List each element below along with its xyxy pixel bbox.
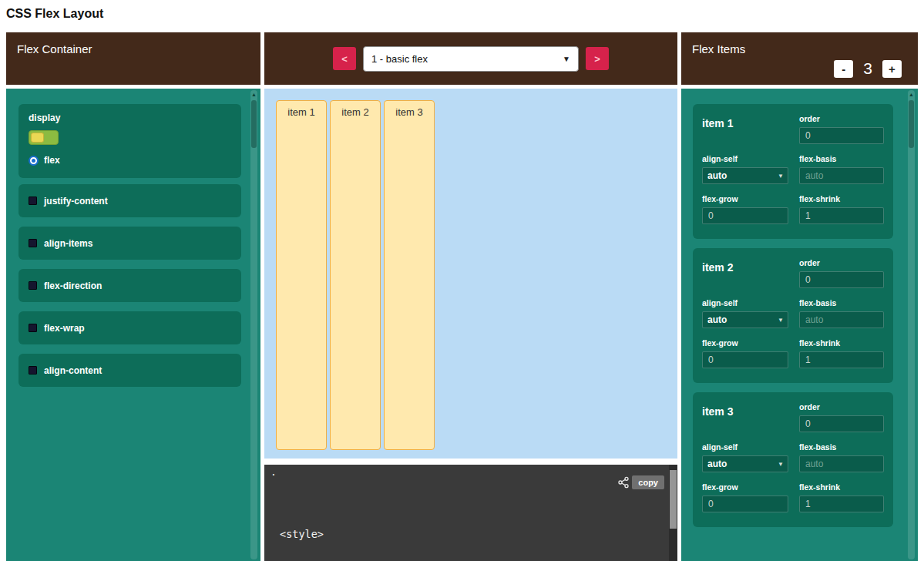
align-content-row: align-content — [18, 354, 241, 387]
flex-radio[interactable] — [29, 156, 39, 166]
align-self-select-wrap: auto ▼ — [702, 311, 788, 328]
preview-item-1: item 1 — [276, 100, 327, 450]
flex-grow-input[interactable] — [702, 351, 788, 368]
item-title-cell: item 1 — [702, 114, 788, 144]
flex-container-body: display flex justify-content align-items… — [6, 89, 260, 561]
align-self-field: align-self auto ▼ — [702, 298, 788, 328]
justify-content-checkbox[interactable] — [29, 197, 37, 205]
flex-grow-label: flex-grow — [702, 194, 788, 203]
code-scrollbar[interactable] — [669, 465, 677, 561]
right-scroll-thumb[interactable] — [909, 100, 914, 148]
flex-grow-field: flex-grow — [702, 482, 788, 512]
flex-grow-field: flex-grow — [702, 338, 788, 368]
flex-shrink-field: flex-shrink — [799, 482, 884, 512]
flex-items-body: item 1 order align-self auto ▼ flex-basi… — [681, 89, 918, 561]
remove-item-button[interactable]: - — [834, 60, 853, 78]
order-field: order — [799, 114, 884, 144]
flex-radio-row: flex — [29, 155, 231, 166]
item-title: item 3 — [702, 405, 733, 418]
flex-item-panel-1: item 1 order align-self auto ▼ flex-basi… — [693, 104, 893, 239]
copy-button[interactable]: copy — [632, 475, 664, 489]
display-toggle[interactable] — [29, 130, 59, 145]
item-counter: - 3 + — [834, 59, 902, 78]
preview-item-2: item 2 — [330, 100, 381, 450]
flex-preview: item 1 item 2 item 3 — [264, 89, 677, 459]
scroll-up-icon[interactable]: ▲ — [250, 91, 257, 98]
align-items-row: align-items — [18, 227, 241, 260]
page-title: CSS Flex Layout — [6, 7, 103, 21]
align-self-select[interactable]: auto — [702, 311, 788, 328]
flex-grow-input[interactable] — [702, 495, 788, 512]
flex-shrink-input[interactable] — [799, 207, 884, 224]
align-content-checkbox[interactable] — [29, 366, 37, 375]
flex-items-header: Flex Items - 3 + — [681, 32, 918, 85]
flex-wrap-checkbox[interactable] — [29, 324, 37, 332]
add-item-button[interactable]: + — [882, 60, 902, 78]
flex-container-title: Flex Container — [17, 42, 92, 55]
code-line: <style> — [280, 527, 398, 542]
flex-basis-label: flex-basis — [799, 298, 884, 307]
flex-basis-input[interactable] — [799, 311, 884, 328]
flex-shrink-input[interactable] — [799, 495, 884, 512]
flex-shrink-field: flex-shrink — [799, 338, 884, 368]
flex-grow-label: flex-grow — [702, 482, 788, 492]
order-input[interactable] — [799, 271, 884, 288]
align-self-select[interactable]: auto — [702, 455, 788, 472]
flex-grow-input[interactable] — [702, 207, 788, 224]
flex-shrink-label: flex-shrink — [799, 338, 884, 348]
flex-shrink-label: flex-shrink — [799, 194, 884, 203]
share-icon[interactable] — [617, 476, 630, 489]
flex-basis-input[interactable] — [799, 167, 884, 184]
align-self-select[interactable]: auto — [702, 167, 788, 184]
preview-column: < 1 - basic flex ▼ > item 1 item 2 item … — [264, 32, 677, 561]
scroll-up-icon[interactable]: ▲ — [908, 91, 915, 98]
align-content-label: align-content — [44, 365, 102, 376]
align-self-label: align-self — [702, 154, 788, 163]
order-input[interactable] — [799, 127, 884, 144]
flex-basis-input[interactable] — [799, 455, 884, 472]
order-label: order — [799, 402, 884, 412]
align-items-checkbox[interactable] — [29, 239, 37, 247]
code-dot: . — [270, 466, 277, 478]
justify-content-row: justify-content — [18, 184, 241, 217]
flex-grow-label: flex-grow — [702, 338, 788, 348]
flex-container-column: Flex Container display flex justify-cont… — [6, 32, 260, 561]
order-label: order — [799, 114, 884, 123]
right-scrollbar[interactable]: ▲ — [908, 90, 915, 559]
left-scrollbar[interactable]: ▲ — [250, 90, 257, 559]
example-toolbar: < 1 - basic flex ▼ > — [264, 32, 677, 85]
flex-container-header: Flex Container — [6, 32, 260, 85]
flex-items-title: Flex Items — [692, 42, 745, 55]
next-example-button[interactable]: > — [586, 47, 609, 70]
item-title-cell: item 3 — [702, 402, 788, 432]
align-self-select-wrap: auto ▼ — [702, 455, 788, 472]
flex-item-panel-3: item 3 order align-self auto ▼ flex-basi… — [693, 392, 893, 527]
preview-item-3: item 3 — [384, 100, 435, 450]
order-input[interactable] — [799, 415, 884, 432]
align-self-label: align-self — [702, 442, 788, 452]
flex-radio-label: flex — [44, 155, 60, 166]
flex-basis-field: flex-basis — [799, 154, 884, 184]
prev-example-button[interactable]: < — [333, 47, 356, 70]
flex-items-column: Flex Items - 3 + item 1 order align-self… — [681, 32, 918, 561]
flex-wrap-label: flex-wrap — [44, 323, 85, 334]
example-select[interactable]: 1 - basic flex — [363, 46, 579, 72]
flex-wrap-row: flex-wrap — [18, 311, 241, 344]
flex-shrink-label: flex-shrink — [799, 482, 884, 492]
code-scroll-thumb[interactable] — [670, 470, 677, 529]
align-items-label: align-items — [44, 238, 92, 249]
flex-grow-field: flex-grow — [702, 194, 788, 224]
flex-basis-label: flex-basis — [799, 442, 884, 452]
flex-basis-field: flex-basis — [799, 298, 884, 328]
flex-direction-checkbox[interactable] — [29, 281, 37, 290]
left-scroll-thumb[interactable] — [251, 100, 257, 148]
flex-item-panel-2: item 2 order align-self auto ▼ flex-basi… — [693, 248, 893, 383]
display-label: display — [29, 113, 231, 123]
justify-content-label: justify-content — [44, 196, 108, 207]
flex-direction-row: flex-direction — [18, 269, 241, 302]
code-block: <style> .flex-container { display: flex; — [280, 498, 398, 561]
item-count: 3 — [863, 59, 872, 78]
flex-shrink-input[interactable] — [799, 351, 884, 368]
toggle-knob-icon — [31, 133, 44, 143]
code-panel: . copy <style> .flex-container { display… — [264, 465, 677, 561]
